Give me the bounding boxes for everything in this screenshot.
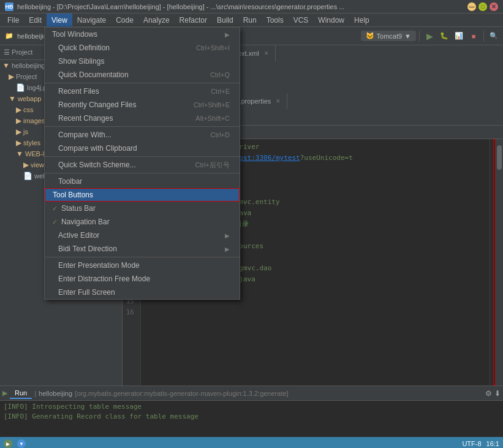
toolbar-run-btn[interactable]: ▶ [423, 29, 436, 43]
status-left: ▶ ▼ [4, 439, 31, 448]
console-line-1: [INFO] Introspecting table message [4, 402, 499, 412]
folder-icon: ▼ [2, 61, 10, 70]
dropdown-quick-switch-shortcut: Ctrl+后引号 [195, 161, 230, 170]
dropdown-show-siblings[interactable]: Show Siblings [45, 55, 240, 68]
run-project-label: hellobeijing [39, 390, 72, 397]
bottom-down-btn[interactable]: ⬇ [494, 389, 501, 398]
title-bar-left: HB hellobeijing - [D:\Project\Java\Learn… [5, 2, 344, 11]
dropdown-quick-docs-shortcut: Ctrl+Q [210, 71, 230, 78]
app-icon: HB [5, 2, 13, 11]
menu-run[interactable]: Run [238, 13, 262, 27]
dropdown-enter-presentation[interactable]: Enter Presentation Mode [45, 259, 240, 272]
toolbar-project-icon[interactable]: 📁 [2, 29, 16, 43]
tab-close-log4j-prop[interactable]: ✕ [276, 98, 281, 104]
run-maven-cmd: [org.mybatis.generator:mybatis-generator… [75, 390, 289, 397]
status-down-btn[interactable]: ▼ [17, 439, 26, 448]
dropdown-status-bar-label: Status Bar [61, 204, 230, 213]
toolbar-stop-btn[interactable]: ■ [467, 29, 480, 43]
tree-label-styles: styles [23, 139, 40, 146]
scroll-area[interactable] [496, 139, 503, 385]
menu-file[interactable]: File [2, 13, 24, 27]
tree-label-images: images [23, 117, 45, 124]
bottom-btns: ⚙ ⬇ [485, 389, 501, 398]
dropdown-sep-2 [45, 126, 240, 127]
folder-icon-styles: ▶ [16, 139, 21, 147]
dropdown-recent-files[interactable]: Recent Files Ctrl+E [45, 85, 240, 98]
dropdown-sep-5 [45, 257, 240, 257]
bottom-settings-btn[interactable]: ⚙ [485, 389, 492, 398]
title-bar-controls: — □ ✕ [467, 2, 498, 11]
toolbar-debug-btn[interactable]: 🐛 [437, 29, 451, 43]
status-run-btn[interactable]: ▶ [4, 439, 12, 448]
sidebar-title: ☰ Project [4, 48, 32, 56]
toolbar-separator-5 [483, 31, 484, 42]
dropdown-recent-changes[interactable]: Recent Changes Alt+Shift+C [45, 112, 240, 125]
menu-refactor[interactable]: Refactor [175, 13, 212, 27]
dropdown-bidi-text[interactable]: Bidi Text Direction ▶ [45, 242, 240, 256]
menu-navigate[interactable]: Navigate [72, 13, 111, 27]
dropdown-tool-windows[interactable]: Tool Windows ▶ [45, 28, 240, 41]
tree-label-webapp: webapp [18, 95, 42, 102]
maximize-button[interactable]: □ [478, 2, 487, 11]
dropdown-bidi-text-arrow: ▶ [225, 246, 230, 252]
dropdown-bidi-text-label: Bidi Text Direction [58, 245, 225, 253]
dropdown-recently-changed[interactable]: Recently Changed Files Ctrl+Shift+E [45, 98, 240, 112]
menu-vcs[interactable]: VCS [289, 13, 314, 27]
dropdown-tool-buttons[interactable]: Tool Buttons [45, 188, 240, 202]
tomcat-dropdown-icon: ▼ [404, 32, 411, 40]
dropdown-quick-docs[interactable]: Quick Documentation Ctrl+Q [45, 68, 240, 82]
menu-analyze[interactable]: Analyze [138, 13, 175, 27]
menu-build[interactable]: Build [212, 13, 238, 27]
tree-label-css: css [23, 106, 34, 113]
dropdown-active-editor-arrow: ▶ [225, 232, 230, 239]
scroll-thumb[interactable] [497, 145, 502, 170]
dropdown-quick-definition-label: Quick Definition [58, 44, 184, 52]
file-icon-webxml: 📄 [23, 172, 32, 180]
dropdown-tool-buttons-label: Tool Buttons [53, 191, 229, 199]
dropdown-enter-distraction[interactable]: Enter Distraction Free Mode [45, 272, 240, 286]
dropdown-compare-with[interactable]: Compare With... Ctrl+D [45, 128, 240, 142]
tab-close-appcontext[interactable]: ✕ [264, 50, 269, 56]
menu-edit[interactable]: Edit [24, 13, 47, 27]
dropdown-sep-4 [45, 173, 240, 173]
menu-code[interactable]: Code [111, 13, 138, 27]
console-line-2: [INFO] Generating Record class for table… [4, 412, 499, 422]
dropdown-quick-switch-label: Quick Switch Scheme... [58, 161, 183, 169]
tomcat-selector[interactable]: 🐱 Tomcat9 ▼ [361, 31, 416, 41]
status-bar: ▶ ▼ UTF-8 16:1 [0, 437, 503, 448]
minimize-button[interactable]: — [467, 2, 476, 11]
dropdown-sep-1 [45, 83, 240, 83]
run-tab-icon: ▶ [2, 389, 7, 397]
dropdown-enter-presentation-label: Enter Presentation Mode [58, 261, 230, 270]
menu-tools[interactable]: Tools [262, 13, 289, 27]
toolbar-search-btn[interactable]: 🔍 [487, 29, 501, 43]
menu-help[interactable]: Help [349, 13, 374, 27]
dropdown-recent-files-shortcut: Ctrl+E [211, 88, 230, 95]
title-bar: HB hellobeijing - [D:\Project\Java\Learn… [0, 0, 503, 13]
folder-icon-images: ▶ [16, 116, 21, 125]
dropdown-status-bar[interactable]: Status Bar [45, 202, 240, 215]
dropdown-toolbar[interactable]: Toolbar [45, 175, 240, 188]
dropdown-recent-files-label: Recent Files [58, 87, 199, 96]
dropdown-compare-clipboard[interactable]: Compare with Clipboard [45, 142, 240, 155]
dropdown-quick-definition[interactable]: Quick Definition Ctrl+Shift+I [45, 41, 240, 55]
toolbar-coverage-btn[interactable]: 📊 [452, 29, 466, 43]
dropdown-quick-definition-shortcut: Ctrl+Shift+I [196, 44, 230, 51]
menu-window[interactable]: Window [313, 13, 349, 27]
dropdown-recently-changed-shortcut: Ctrl+Shift+E [194, 101, 230, 108]
dropdown-enter-fullscreen[interactable]: Enter Full Screen [45, 286, 240, 299]
tomcat-icon: 🐱 [366, 32, 374, 40]
dropdown-tool-windows-arrow: ▶ [225, 31, 230, 38]
console-text-1: [INFO] Introspecting table message [4, 403, 142, 411]
dropdown-active-editor[interactable]: Active Editor ▶ [45, 229, 240, 242]
menu-view[interactable]: View [47, 13, 72, 27]
run-tab[interactable]: Run [10, 388, 32, 399]
dropdown-quick-docs-label: Quick Documentation [58, 70, 198, 79]
menu-bar: File Edit View Navigate Code Analyze Ref… [0, 13, 503, 27]
dropdown-enter-distraction-label: Enter Distraction Free Mode [58, 275, 230, 283]
close-button[interactable]: ✕ [490, 2, 498, 11]
dropdown-navigation-bar[interactable]: Navigation Bar [45, 215, 240, 229]
line-num-16: 16 [123, 307, 138, 318]
toolbar-separator-4 [419, 31, 420, 42]
dropdown-quick-switch[interactable]: Quick Switch Scheme... Ctrl+后引号 [45, 158, 240, 172]
